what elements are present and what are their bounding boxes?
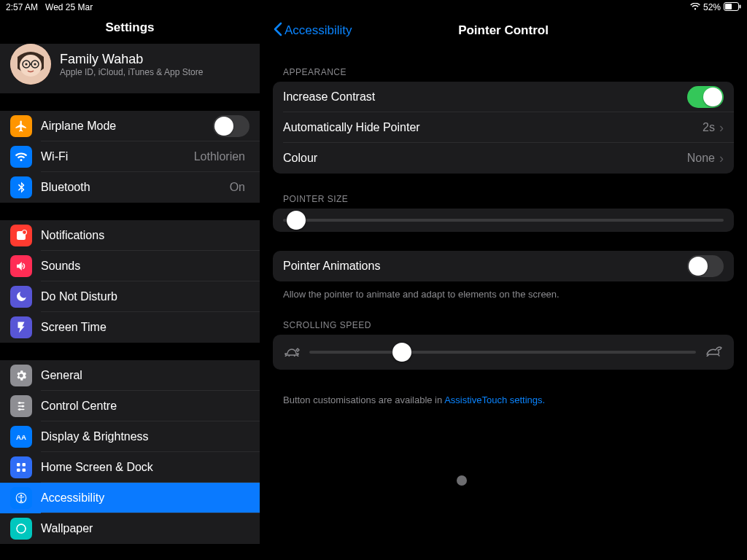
row-colour[interactable]: Colour None › [273, 143, 734, 174]
airplane-label: Airplane Mode [41, 120, 213, 133]
svg-point-11 [23, 230, 27, 235]
homescreen-icon [10, 456, 32, 478]
sidebar-item-notifications[interactable]: Notifications [0, 220, 260, 251]
auto-hide-label: Automatically Hide Pointer [283, 121, 703, 134]
acc-label: Accessibility [41, 491, 249, 505]
sidebar-item-general[interactable]: General [0, 360, 260, 391]
sidebar-item-sounds[interactable]: Sounds [0, 251, 260, 281]
scroll-speed-slider[interactable] [309, 351, 696, 354]
pointer-anim-toggle[interactable] [687, 255, 724, 277]
svg-rect-1 [725, 4, 732, 9]
sidebar-item-wallpaper[interactable]: Wallpaper [0, 513, 260, 544]
wallpaper-icon [10, 518, 32, 540]
dnd-label: Do Not Disturb [41, 290, 249, 303]
wifi-row-icon [10, 146, 32, 168]
controlcentre-icon [10, 395, 32, 417]
auto-hide-value: 2s [703, 121, 715, 134]
wall-label: Wallpaper [41, 522, 249, 535]
sidebar: Settings Fa [0, 15, 260, 560]
svg-point-14 [18, 408, 20, 411]
assistivetouch-link[interactable]: AssistiveTouch settings. [444, 394, 545, 405]
sidebar-item-bluetooth[interactable]: Bluetooth On [0, 172, 260, 203]
profile-section[interactable]: Family Wahab Apple ID, iCloud, iTunes & … [0, 44, 260, 93]
svg-point-21 [20, 494, 23, 497]
status-date: Wed 25 Mar [45, 2, 93, 12]
sidebar-item-homescreen[interactable]: Home Screen & Dock [0, 452, 260, 483]
footer-text-a: Button customisations are available in [283, 394, 444, 405]
pointer-cursor [457, 475, 467, 486]
notif-label: Notifications [41, 229, 249, 242]
sidebar-item-accessibility[interactable]: Accessibility [0, 483, 260, 513]
dnd-icon [10, 286, 32, 308]
sidebar-item-wifi[interactable]: Wi-Fi Lothlorien [0, 141, 260, 172]
tortoise-icon [283, 345, 301, 359]
svg-point-12 [18, 402, 20, 404]
status-time: 2:57 AM [6, 2, 38, 12]
wifi-label: Wi-Fi [41, 150, 194, 163]
sounds-label: Sounds [41, 260, 249, 273]
home-label: Home Screen & Dock [41, 461, 249, 474]
battery-icon [724, 2, 741, 13]
gen-label: General [41, 369, 249, 382]
svg-rect-19 [23, 469, 26, 472]
battery-percent: 52% [703, 2, 721, 12]
increase-contrast-label: Increase Contrast [283, 90, 687, 104]
appearance-header: APPEARANCE [283, 67, 734, 77]
row-pointer-animations[interactable]: Pointer Animations [273, 251, 734, 281]
accessibility-icon [10, 487, 32, 509]
scroll-speed-header: SCROLLING SPEED [283, 320, 734, 330]
svg-point-8 [25, 63, 27, 65]
gear-icon [10, 365, 32, 386]
sidebar-title: Settings [0, 15, 260, 44]
display-icon: AA [10, 426, 32, 448]
profile-sub: Apple ID, iCloud, iTunes & App Store [60, 67, 203, 77]
chevron-left-icon [273, 22, 283, 40]
row-auto-hide[interactable]: Automatically Hide Pointer 2s › [273, 112, 734, 143]
detail-pane: Accessibility Pointer Control APPEARANCE… [260, 15, 747, 560]
disp-label: Display & Brightness [41, 430, 249, 443]
stime-label: Screen Time [41, 321, 249, 334]
colour-label: Colour [283, 152, 687, 165]
sidebar-item-controlcentre[interactable]: Control Centre [0, 391, 260, 421]
notifications-icon [10, 225, 32, 246]
svg-point-13 [22, 405, 24, 408]
airplane-icon [10, 115, 32, 137]
svg-text:AA: AA [16, 433, 26, 441]
sidebar-item-display[interactable]: AA Display & Brightness [0, 421, 260, 452]
wifi-value: Lothlorien [194, 150, 245, 163]
back-button[interactable]: Accessibility [273, 22, 352, 40]
screentime-icon [10, 316, 32, 338]
avatar [10, 44, 51, 85]
bt-value: On [230, 181, 245, 194]
svg-rect-16 [17, 463, 20, 467]
wifi-icon [690, 2, 700, 12]
svg-rect-18 [17, 469, 20, 472]
row-increase-contrast[interactable]: Increase Contrast [273, 82, 734, 112]
svg-rect-2 [740, 4, 741, 8]
sounds-icon [10, 255, 32, 277]
colour-value: None [687, 152, 715, 165]
status-bar: 2:57 AM Wed 25 Mar 52% [0, 0, 747, 15]
bluetooth-icon [10, 176, 32, 198]
chevron-right-icon: › [719, 120, 724, 136]
button-custom-footer: Button customisations are available in A… [283, 394, 724, 405]
back-label: Accessibility [285, 23, 352, 38]
sidebar-item-screentime[interactable]: Screen Time [0, 312, 260, 343]
pointer-anim-footer: Allow the pointer to animate and adapt t… [283, 289, 724, 300]
hare-icon [705, 345, 724, 359]
chevron-right-icon: › [719, 151, 724, 166]
svg-rect-17 [23, 463, 26, 467]
sidebar-item-airplane[interactable]: Airplane Mode [0, 111, 260, 141]
airplane-toggle[interactable] [213, 115, 249, 137]
cc-label: Control Centre [41, 400, 249, 413]
increase-contrast-toggle[interactable] [687, 86, 724, 108]
bt-label: Bluetooth [41, 181, 230, 194]
pointer-size-slider[interactable] [283, 219, 724, 222]
pointer-anim-label: Pointer Animations [283, 260, 687, 273]
svg-point-9 [34, 63, 36, 65]
profile-name: Family Wahab [60, 52, 203, 67]
pointer-size-header: POINTER SIZE [283, 194, 734, 204]
sidebar-item-dnd[interactable]: Do Not Disturb [0, 281, 260, 312]
